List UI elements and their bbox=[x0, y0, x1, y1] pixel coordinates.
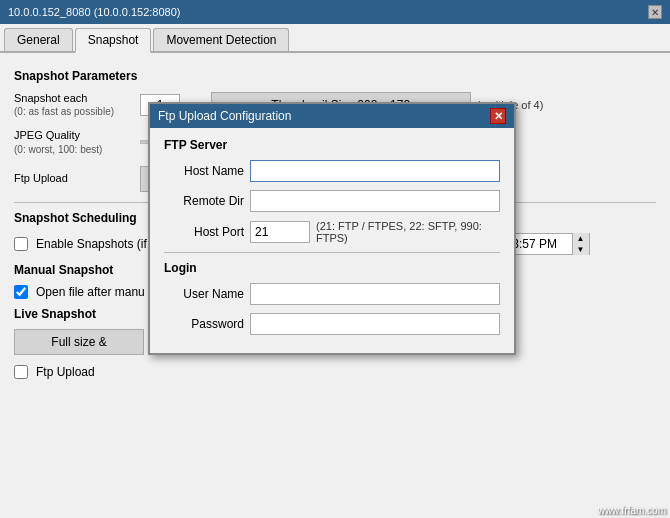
login-header: Login bbox=[164, 261, 500, 275]
open-file-label: Open file after manu bbox=[36, 285, 145, 299]
ftp-upload-checkbox-row: Ftp Upload bbox=[14, 365, 656, 379]
tab-movement[interactable]: Movement Detection bbox=[153, 28, 289, 51]
password-input[interactable] bbox=[250, 313, 500, 335]
modal-divider bbox=[164, 252, 500, 253]
main-window: General Snapshot Movement Detection Snap… bbox=[0, 24, 670, 518]
host-port-label: Host Port bbox=[164, 225, 244, 239]
modal-close-button[interactable]: ✕ bbox=[490, 108, 506, 124]
host-name-input[interactable] bbox=[250, 160, 500, 182]
user-name-input[interactable] bbox=[250, 283, 500, 305]
modal-title-bar: Ftp Upload Configuration ✕ bbox=[150, 104, 514, 128]
to-time-down[interactable]: ▼ bbox=[573, 244, 589, 255]
remote-dir-row: Remote Dir bbox=[164, 190, 500, 212]
full-size-button[interactable]: Full size & bbox=[14, 329, 144, 355]
ftp-upload-label: Ftp Upload bbox=[14, 171, 134, 185]
port-hint: (21: FTP / FTPES, 22: SFTP, 990: FTPS) bbox=[316, 220, 500, 244]
host-name-row: Host Name bbox=[164, 160, 500, 182]
snapshot-params-header: Snapshot Parameters bbox=[14, 69, 656, 83]
tab-bar: General Snapshot Movement Detection bbox=[0, 24, 670, 53]
tab-snapshot[interactable]: Snapshot bbox=[75, 28, 152, 53]
modal-title: Ftp Upload Configuration bbox=[158, 109, 291, 123]
password-row: Password bbox=[164, 313, 500, 335]
user-name-row: User Name bbox=[164, 283, 500, 305]
modal-content: FTP Server Host Name Remote Dir Host Por… bbox=[150, 128, 514, 353]
to-time-up[interactable]: ▲ bbox=[573, 233, 589, 244]
ftp-server-header: FTP Server bbox=[164, 138, 500, 152]
window-close-button[interactable]: ✕ bbox=[648, 5, 662, 19]
watermark: www.frfam.com bbox=[598, 505, 666, 516]
to-time-spinners: ▲ ▼ bbox=[572, 233, 589, 255]
user-name-label: User Name bbox=[164, 287, 244, 301]
host-port-row: Host Port (21: FTP / FTPES, 22: SFTP, 99… bbox=[164, 220, 500, 244]
remote-dir-input[interactable] bbox=[250, 190, 500, 212]
title-bar: 10.0.0.152_8080 (10.0.0.152:8080) ✕ bbox=[0, 0, 670, 24]
open-file-checkbox[interactable] bbox=[14, 285, 28, 299]
tab-general[interactable]: General bbox=[4, 28, 73, 51]
snapshot-each-label: Snapshot each (0: as fast as possible) bbox=[14, 91, 134, 118]
host-name-label: Host Name bbox=[164, 164, 244, 178]
window-title: 10.0.0.152_8080 (10.0.0.152:8080) bbox=[8, 6, 180, 18]
password-label: Password bbox=[164, 317, 244, 331]
ftp-upload-checkbox-label: Ftp Upload bbox=[36, 365, 95, 379]
host-port-input[interactable] bbox=[250, 221, 310, 243]
ftp-upload-checkbox[interactable] bbox=[14, 365, 28, 379]
remote-dir-label: Remote Dir bbox=[164, 194, 244, 208]
enable-snapshots-checkbox[interactable] bbox=[14, 237, 28, 251]
jpeg-quality-label: JPEG Quality (0: worst, 100: best) bbox=[14, 128, 134, 155]
ftp-modal: Ftp Upload Configuration ✕ FTP Server Ho… bbox=[148, 102, 516, 355]
